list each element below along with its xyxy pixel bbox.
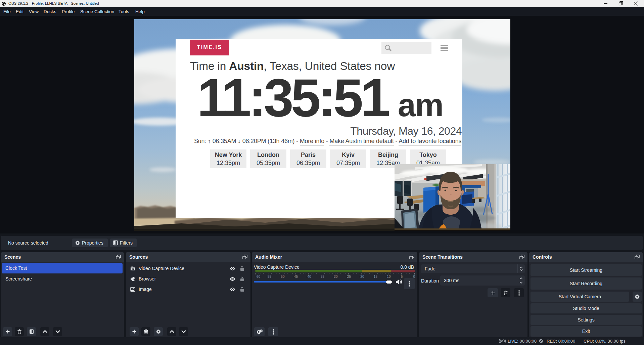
svg-text:-15: -15 bbox=[373, 275, 378, 278]
svg-text:-5: -5 bbox=[400, 275, 403, 278]
svg-text:-50: -50 bbox=[280, 275, 285, 278]
svg-text:-10: -10 bbox=[386, 275, 391, 278]
svg-text:-20: -20 bbox=[359, 275, 364, 278]
svg-text:-25: -25 bbox=[346, 275, 351, 278]
svg-text:-30: -30 bbox=[333, 275, 338, 278]
svg-text:-35: -35 bbox=[320, 275, 325, 278]
svg-text:-40: -40 bbox=[306, 275, 311, 278]
svg-text:-45: -45 bbox=[293, 275, 298, 278]
svg-text:-60: -60 bbox=[256, 275, 261, 278]
svg-text:-55: -55 bbox=[267, 275, 272, 278]
